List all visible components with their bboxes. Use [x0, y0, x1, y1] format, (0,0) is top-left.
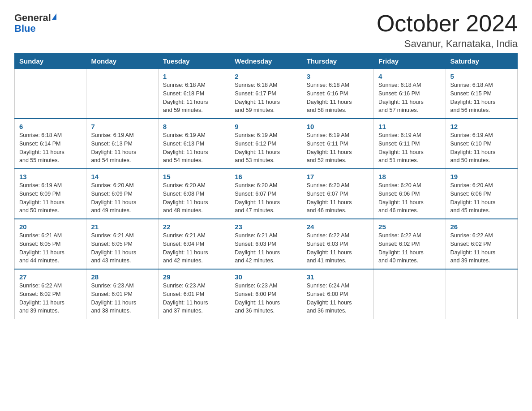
calendar-cell: 26Sunrise: 6:22 AMSunset: 6:02 PMDayligh… — [446, 219, 517, 269]
day-number: 12 — [450, 123, 513, 130]
day-info: Sunrise: 6:19 AMSunset: 6:12 PMDaylight:… — [235, 131, 297, 165]
logo-general-text: General — [14, 13, 51, 23]
calendar-week-4: 20Sunrise: 6:21 AMSunset: 6:05 PMDayligh… — [15, 219, 518, 269]
day-number: 30 — [235, 273, 297, 281]
day-info: Sunrise: 6:19 AMSunset: 6:09 PMDaylight:… — [19, 181, 82, 215]
day-number: 8 — [163, 123, 225, 130]
calendar-cell: 5Sunrise: 6:18 AMSunset: 6:15 PMDaylight… — [446, 69, 517, 119]
calendar-cell: 17Sunrise: 6:20 AMSunset: 6:07 PMDayligh… — [302, 169, 373, 219]
day-info: Sunrise: 6:24 AMSunset: 6:00 PMDaylight:… — [307, 282, 369, 315]
day-number: 7 — [91, 123, 153, 130]
day-info: Sunrise: 6:22 AMSunset: 6:02 PMDaylight:… — [450, 231, 513, 265]
calendar-cell: 19Sunrise: 6:20 AMSunset: 6:06 PMDayligh… — [446, 169, 517, 219]
title-section: October 2024 Savanur, Karnataka, India — [377, 11, 518, 50]
calendar-cell: 14Sunrise: 6:20 AMSunset: 6:09 PMDayligh… — [86, 169, 158, 219]
calendar-cell: 11Sunrise: 6:19 AMSunset: 6:11 PMDayligh… — [374, 119, 446, 169]
day-number: 10 — [307, 123, 369, 130]
location-subtitle: Savanur, Karnataka, India — [377, 38, 518, 50]
calendar-cell: 13Sunrise: 6:19 AMSunset: 6:09 PMDayligh… — [15, 169, 86, 219]
calendar-cell: 18Sunrise: 6:20 AMSunset: 6:06 PMDayligh… — [374, 169, 446, 219]
day-info: Sunrise: 6:22 AMSunset: 6:02 PMDaylight:… — [378, 231, 441, 265]
day-number: 25 — [378, 223, 441, 231]
calendar-cell: 6Sunrise: 6:18 AMSunset: 6:14 PMDaylight… — [15, 119, 86, 169]
day-header-tuesday: Tuesday — [158, 54, 230, 69]
logo: General Blue — [14, 11, 56, 34]
day-number: 22 — [163, 223, 225, 231]
day-info: Sunrise: 6:21 AMSunset: 6:04 PMDaylight:… — [163, 231, 225, 265]
day-number: 24 — [307, 223, 369, 231]
calendar-cell: 31Sunrise: 6:24 AMSunset: 6:00 PMDayligh… — [302, 269, 373, 319]
day-info: Sunrise: 6:20 AMSunset: 6:06 PMDaylight:… — [450, 181, 513, 215]
day-number: 1 — [163, 73, 225, 80]
day-info: Sunrise: 6:22 AMSunset: 6:02 PMDaylight:… — [19, 282, 82, 315]
day-header-wednesday: Wednesday — [230, 54, 302, 69]
day-number: 31 — [307, 273, 369, 281]
calendar-table: SundayMondayTuesdayWednesdayThursdayFrid… — [14, 53, 518, 319]
day-info: Sunrise: 6:20 AMSunset: 6:07 PMDaylight:… — [235, 181, 297, 215]
calendar-cell: 21Sunrise: 6:21 AMSunset: 6:05 PMDayligh… — [86, 219, 158, 269]
day-info: Sunrise: 6:21 AMSunset: 6:03 PMDaylight:… — [235, 231, 297, 265]
day-info: Sunrise: 6:19 AMSunset: 6:13 PMDaylight:… — [163, 131, 225, 165]
calendar-cell: 30Sunrise: 6:23 AMSunset: 6:00 PMDayligh… — [230, 269, 302, 319]
day-info: Sunrise: 6:20 AMSunset: 6:09 PMDaylight:… — [91, 181, 153, 215]
day-header-sunday: Sunday — [15, 54, 86, 69]
day-info: Sunrise: 6:18 AMSunset: 6:18 PMDaylight:… — [163, 81, 225, 115]
calendar-cell: 9Sunrise: 6:19 AMSunset: 6:12 PMDaylight… — [230, 119, 302, 169]
month-year-title: October 2024 — [377, 11, 518, 36]
day-number: 6 — [19, 123, 82, 130]
day-info: Sunrise: 6:23 AMSunset: 6:01 PMDaylight:… — [91, 282, 153, 315]
day-number: 19 — [450, 173, 513, 180]
day-info: Sunrise: 6:22 AMSunset: 6:03 PMDaylight:… — [307, 231, 369, 265]
day-info: Sunrise: 6:20 AMSunset: 6:08 PMDaylight:… — [163, 181, 225, 215]
day-number: 3 — [307, 73, 369, 80]
day-number: 13 — [19, 173, 82, 180]
calendar-cell: 27Sunrise: 6:22 AMSunset: 6:02 PMDayligh… — [15, 269, 86, 319]
day-number: 23 — [235, 223, 297, 231]
logo-blue-text: Blue — [14, 23, 36, 34]
calendar-cell: 25Sunrise: 6:22 AMSunset: 6:02 PMDayligh… — [374, 219, 446, 269]
calendar-cell: 16Sunrise: 6:20 AMSunset: 6:07 PMDayligh… — [230, 169, 302, 219]
day-number: 21 — [91, 223, 153, 231]
calendar-cell — [374, 269, 446, 319]
calendar-cell: 10Sunrise: 6:19 AMSunset: 6:11 PMDayligh… — [302, 119, 373, 169]
calendar-week-5: 27Sunrise: 6:22 AMSunset: 6:02 PMDayligh… — [15, 269, 518, 319]
calendar-cell: 22Sunrise: 6:21 AMSunset: 6:04 PMDayligh… — [158, 219, 230, 269]
day-info: Sunrise: 6:18 AMSunset: 6:14 PMDaylight:… — [19, 131, 82, 165]
calendar-cell: 28Sunrise: 6:23 AMSunset: 6:01 PMDayligh… — [86, 269, 158, 319]
calendar-week-2: 6Sunrise: 6:18 AMSunset: 6:14 PMDaylight… — [15, 119, 518, 169]
day-info: Sunrise: 6:20 AMSunset: 6:06 PMDaylight:… — [378, 181, 441, 215]
day-info: Sunrise: 6:19 AMSunset: 6:10 PMDaylight:… — [450, 131, 513, 165]
day-info: Sunrise: 6:19 AMSunset: 6:11 PMDaylight:… — [378, 131, 441, 165]
day-number: 20 — [19, 223, 82, 231]
calendar-cell: 8Sunrise: 6:19 AMSunset: 6:13 PMDaylight… — [158, 119, 230, 169]
day-number: 28 — [91, 273, 153, 281]
calendar-cell: 2Sunrise: 6:18 AMSunset: 6:17 PMDaylight… — [230, 69, 302, 119]
calendar-cell: 4Sunrise: 6:18 AMSunset: 6:16 PMDaylight… — [374, 69, 446, 119]
day-number: 16 — [235, 173, 297, 180]
day-header-monday: Monday — [86, 54, 158, 69]
day-number: 11 — [378, 123, 441, 130]
header: General Blue October 2024 Savanur, Karna… — [14, 11, 518, 50]
calendar-cell: 12Sunrise: 6:19 AMSunset: 6:10 PMDayligh… — [446, 119, 517, 169]
day-info: Sunrise: 6:18 AMSunset: 6:15 PMDaylight:… — [450, 81, 513, 115]
calendar-cell: 15Sunrise: 6:20 AMSunset: 6:08 PMDayligh… — [158, 169, 230, 219]
calendar-cell — [86, 69, 158, 119]
calendar-cell: 29Sunrise: 6:23 AMSunset: 6:01 PMDayligh… — [158, 269, 230, 319]
day-info: Sunrise: 6:21 AMSunset: 6:05 PMDaylight:… — [19, 231, 82, 265]
day-number: 17 — [307, 173, 369, 180]
day-number: 2 — [235, 73, 297, 80]
day-number: 4 — [378, 73, 441, 80]
calendar-cell — [446, 269, 517, 319]
day-number: 9 — [235, 123, 297, 130]
calendar-week-3: 13Sunrise: 6:19 AMSunset: 6:09 PMDayligh… — [15, 169, 518, 219]
calendar-cell: 3Sunrise: 6:18 AMSunset: 6:16 PMDaylight… — [302, 69, 373, 119]
day-info: Sunrise: 6:19 AMSunset: 6:13 PMDaylight:… — [91, 131, 153, 165]
day-number: 14 — [91, 173, 153, 180]
calendar-cell: 7Sunrise: 6:19 AMSunset: 6:13 PMDaylight… — [86, 119, 158, 169]
day-info: Sunrise: 6:21 AMSunset: 6:05 PMDaylight:… — [91, 231, 153, 265]
day-number: 27 — [19, 273, 82, 281]
day-header-saturday: Saturday — [446, 54, 517, 69]
day-info: Sunrise: 6:19 AMSunset: 6:11 PMDaylight:… — [307, 131, 369, 165]
day-info: Sunrise: 6:18 AMSunset: 6:16 PMDaylight:… — [307, 81, 369, 115]
day-info: Sunrise: 6:20 AMSunset: 6:07 PMDaylight:… — [307, 181, 369, 215]
